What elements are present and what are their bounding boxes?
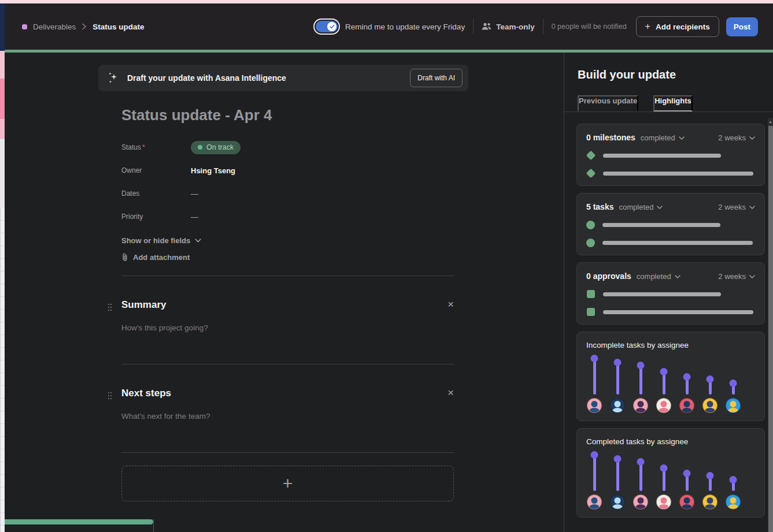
show-or-hide-fields-button[interactable]: Show or hide fields: [121, 236, 201, 245]
breadcrumb-project-link[interactable]: Deliverables: [33, 23, 76, 31]
add-recipients-button[interactable]: + Add recipients: [636, 16, 719, 37]
lollipop-bar: [709, 476, 712, 491]
background-window-top-strip: [0, 0, 773, 3]
ai-banner-message: Draft your update with Asana Intelligenc…: [127, 73, 402, 83]
paperclip-icon: [121, 253, 128, 262]
close-icon[interactable]: ×: [447, 387, 454, 398]
incomplete-tasks-chart-card[interactable]: Incomplete tasks by assignee: [576, 332, 765, 421]
section-heading[interactable]: Summary: [121, 299, 454, 311]
section-heading[interactable]: Next steps: [121, 388, 454, 399]
update-title-input[interactable]: Status update - Apr 4: [121, 106, 454, 124]
assignee-avatar: [587, 398, 602, 413]
assignee-column: [726, 384, 741, 413]
assignee-avatar: [726, 398, 741, 413]
lollipop-bar: [593, 359, 596, 395]
field-label: Dates: [121, 189, 191, 198]
completed-tasks-lollipop-chart: [586, 451, 755, 509]
assignee-avatar: [702, 494, 717, 509]
owner-value[interactable]: Hsing Tseng: [191, 166, 235, 175]
skeleton-bar: [603, 172, 753, 176]
toast-progress-bar: [5, 519, 153, 524]
approvals-card[interactable]: 0 approvals completed 2 weeks: [576, 262, 765, 325]
skeleton-row: [586, 151, 755, 160]
lollipop-bar: [732, 480, 735, 491]
privacy-button[interactable]: Team-only: [482, 23, 535, 31]
assignee-column: [587, 359, 602, 413]
assignee-column: [633, 366, 648, 413]
ai-banner: Draft your update with Asana Intelligenc…: [98, 65, 468, 91]
tasks-card[interactable]: 5 tasks completed 2 weeks: [576, 193, 765, 255]
add-section-button[interactable]: +: [121, 466, 454, 501]
toggle-knob-check-icon: [327, 22, 336, 31]
assignee-avatar: [610, 494, 625, 509]
chevron-down-icon: [195, 239, 201, 243]
scroll-up-arrow-icon[interactable]: ▲: [768, 118, 773, 125]
assignee-avatar: [726, 494, 741, 509]
drag-handle-icon[interactable]: [108, 392, 109, 393]
panel-scrollbar[interactable]: ▲: [768, 118, 773, 532]
field-row-priority: Priority —: [121, 205, 454, 228]
lollipop-bar: [709, 380, 712, 395]
task-circle-icon: [586, 239, 595, 247]
skeleton-row: [586, 289, 755, 299]
chevron-down-icon: [749, 136, 755, 140]
priority-value[interactable]: —: [191, 213, 198, 221]
required-asterisk: *: [142, 143, 145, 151]
chevron-down-icon: [749, 275, 755, 278]
completed-filter-dropdown[interactable]: completed: [637, 272, 680, 281]
assignee-column: [656, 468, 671, 509]
chevron-down-icon: [679, 136, 685, 140]
field-label: Priority: [121, 213, 191, 221]
next-steps-text-area[interactable]: What's next for the team?: [121, 412, 454, 452]
tab-previous-update[interactable]: Previous update: [578, 95, 638, 111]
assignee-avatar: [702, 398, 717, 413]
draft-with-ai-button[interactable]: Draft with AI: [410, 69, 463, 87]
range-dropdown[interactable]: 2 weeks: [718, 272, 755, 281]
divider: [121, 276, 454, 276]
skeleton-row: [586, 220, 755, 229]
skeleton-bar: [602, 223, 720, 227]
chevron-down-icon: [749, 206, 755, 209]
assignee-avatar: [633, 398, 648, 413]
completed-filter-dropdown[interactable]: completed: [641, 133, 685, 142]
assignee-avatar: [633, 494, 648, 509]
lollipop-bar: [616, 363, 619, 395]
plus-icon: +: [645, 22, 650, 31]
people-icon: [482, 23, 491, 31]
project-color-dot: [22, 24, 27, 29]
field-row-status: Status* On track: [121, 136, 454, 159]
assignee-column: [702, 476, 717, 509]
add-recipients-label: Add recipients: [656, 23, 710, 31]
background-sliver-pale: [0, 139, 5, 208]
breadcrumb-current-page: Status update: [93, 23, 144, 31]
reminder-toggle[interactable]: [316, 21, 338, 32]
add-attachment-button[interactable]: Add attachment: [121, 253, 190, 262]
lollipop-bar: [686, 474, 689, 491]
range-dropdown[interactable]: 2 weeks: [718, 133, 755, 142]
breadcrumb: Deliverables Status update: [22, 23, 145, 31]
assignee-avatar: [610, 398, 625, 413]
drag-handle-icon[interactable]: [108, 304, 109, 305]
range-dropdown[interactable]: 2 weeks: [718, 203, 755, 211]
update-editor: Draft your update with Asana Intelligenc…: [5, 53, 564, 532]
summary-text-area[interactable]: How's this project going?: [121, 323, 454, 364]
lollipop-bar: [639, 366, 642, 395]
assignee-column: [726, 480, 741, 509]
completed-filter-dropdown[interactable]: completed: [619, 203, 663, 211]
milestones-card[interactable]: 0 milestones completed 2 weeks: [576, 124, 765, 186]
close-icon[interactable]: ×: [447, 299, 454, 310]
status-on-track-pill[interactable]: On track: [191, 141, 241, 154]
scrollbar-thumb[interactable]: [768, 126, 773, 532]
highlights-scroll-area[interactable]: 0 milestones completed 2 weeks: [564, 111, 773, 532]
post-button[interactable]: Post: [726, 17, 758, 36]
tasks-count: 5 tasks: [586, 202, 613, 211]
dates-value[interactable]: —: [191, 189, 198, 198]
completed-tasks-chart-card[interactable]: Completed tasks by assignee: [576, 428, 765, 518]
status-pill-label: On track: [206, 143, 234, 151]
reminder-toggle-label: Remind me to update every Friday: [345, 23, 465, 31]
assignee-avatar: [656, 494, 671, 509]
panel-header: Build your update Previous update Highli…: [564, 53, 773, 111]
tab-highlights[interactable]: Highlights: [653, 95, 693, 111]
build-your-update-panel: Build your update Previous update Highli…: [564, 53, 773, 532]
divider: [121, 452, 454, 453]
